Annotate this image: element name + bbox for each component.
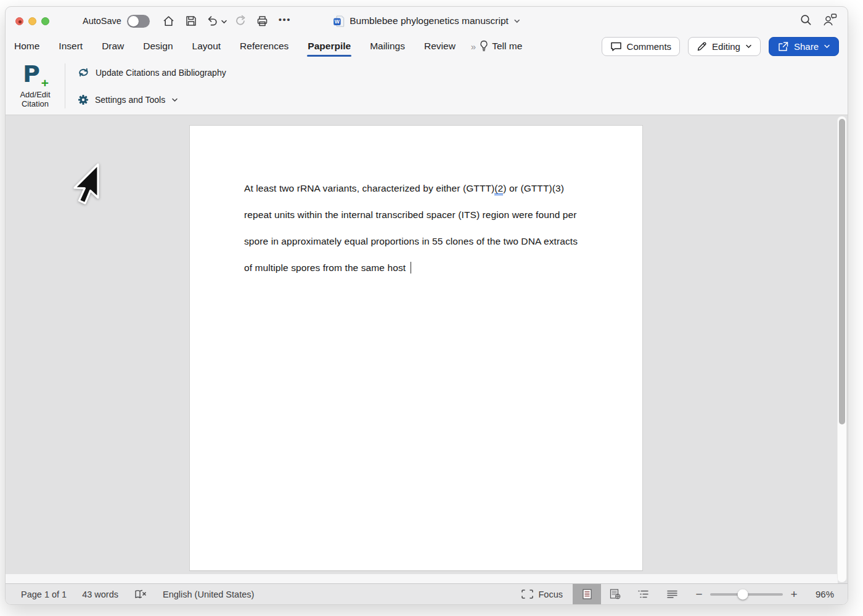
home-icon	[162, 15, 175, 28]
text-line: At least two rRNA variants, characterize…	[244, 175, 586, 201]
share-button[interactable]: Share	[769, 37, 839, 56]
undo-dropdown[interactable]	[221, 15, 227, 26]
grammar-marked-text[interactable]: (2	[494, 183, 503, 195]
print-layout-icon	[581, 588, 593, 600]
zoom-in-button[interactable]: +	[788, 590, 800, 599]
focus-label: Focus	[539, 590, 563, 599]
undo-icon	[205, 14, 219, 28]
add-edit-citation-label: Add/Edit Citation	[20, 90, 50, 108]
mouse-pointer-icon	[70, 162, 104, 209]
more-commands-button[interactable]: •••	[276, 12, 294, 30]
focus-icon	[521, 589, 534, 599]
proofing-status-button[interactable]	[134, 589, 147, 600]
save-icon	[185, 15, 197, 27]
autosave-label: AutoSave	[83, 16, 121, 26]
toggle-knob	[128, 16, 139, 26]
share-label: Share	[794, 41, 819, 52]
tab-layout[interactable]: Layout	[192, 41, 221, 52]
web-layout-icon	[609, 588, 621, 600]
view-web-layout-button[interactable]	[601, 584, 629, 604]
zoom-window-button[interactable]	[41, 17, 49, 25]
view-outline-button[interactable]	[629, 584, 658, 604]
tab-home[interactable]: Home	[14, 41, 39, 52]
comments-button[interactable]: Comments	[602, 37, 681, 56]
settings-and-tools-button[interactable]: Settings and Tools	[73, 91, 231, 108]
zoom-level[interactable]: 96%	[807, 589, 834, 599]
view-print-layout-button[interactable]	[573, 584, 601, 604]
tab-paperpile[interactable]: Paperpile	[308, 41, 351, 52]
search-button[interactable]	[800, 14, 812, 29]
tab-insert[interactable]: Insert	[59, 41, 83, 52]
ribbon-divider	[65, 63, 65, 108]
redo-button[interactable]	[231, 12, 250, 30]
zoom-slider[interactable]	[710, 593, 783, 596]
comments-label: Comments	[627, 41, 672, 52]
comment-bubble-icon	[610, 41, 622, 52]
gear-icon	[78, 94, 89, 105]
word-window: AutoSave	[5, 6, 848, 605]
word-count[interactable]: 43 words	[82, 590, 118, 599]
people-presence-icon	[822, 13, 838, 26]
print-icon	[256, 15, 269, 28]
paperpile-ribbon: P + Add/Edit Citation Update Citations a…	[6, 57, 848, 115]
chevron-down-icon	[824, 44, 830, 49]
document-text: At least two rRNA variants, characterize…	[190, 126, 642, 281]
page-indicator[interactable]: Page 1 of 1	[21, 590, 67, 599]
language-indicator[interactable]: English (United States)	[163, 590, 254, 599]
chevron-down-icon	[171, 97, 178, 102]
document-title-menu[interactable]: W Bumblebee phylogenetics manuscript	[333, 7, 520, 35]
add-edit-citation-button[interactable]: P + Add/Edit Citation	[12, 60, 59, 111]
chevron-down-icon	[745, 44, 752, 49]
paperpile-logo-icon: P +	[23, 61, 47, 88]
share-icon	[777, 41, 789, 52]
status-bar: Page 1 of 1 43 words English (United Sta…	[6, 583, 848, 604]
text-cursor	[411, 262, 412, 274]
horizontal-scroll-gutter	[6, 574, 838, 583]
tell-me-button[interactable]: Tell me	[480, 40, 522, 52]
redo-icon	[234, 14, 247, 28]
presence-button[interactable]	[822, 13, 838, 29]
outline-view-icon	[637, 590, 650, 599]
editing-mode-button[interactable]: Editing	[688, 37, 761, 56]
update-citations-label: Update Citations and Bibliography	[96, 68, 226, 78]
home-quick-button[interactable]	[160, 12, 178, 30]
proofing-errors-icon	[134, 589, 147, 600]
tab-mailings[interactable]: Mailings	[370, 41, 405, 52]
tab-review[interactable]: Review	[424, 41, 456, 52]
document-canvas: At least two rRNA variants, characterize…	[6, 115, 848, 583]
pencil-icon	[697, 41, 707, 52]
undo-button[interactable]	[204, 12, 220, 30]
tab-references[interactable]: References	[240, 41, 288, 52]
draft-view-icon	[666, 590, 678, 599]
titlebar: AutoSave	[6, 7, 848, 35]
print-button[interactable]	[253, 12, 272, 30]
ribbon-tab-row: Home Insert Draw Design Layout Reference…	[6, 35, 848, 57]
minimize-button[interactable]	[28, 17, 36, 25]
settings-and-tools-label: Settings and Tools	[95, 95, 165, 105]
vertical-scrollbar[interactable]	[837, 116, 846, 582]
document-title: Bumblebee phylogenetics manuscript	[350, 15, 509, 26]
close-button[interactable]	[15, 17, 23, 25]
scrollbar-thumb[interactable]	[839, 119, 845, 424]
tab-overflow-chevron[interactable]: »	[471, 41, 476, 52]
tell-me-label: Tell me	[492, 41, 522, 52]
autosave-control: AutoSave	[83, 15, 150, 28]
text-line: of multiple spores from the same host	[244, 254, 586, 281]
svg-text:W: W	[335, 18, 340, 25]
autosave-toggle[interactable]	[127, 15, 150, 28]
traffic-lights	[15, 17, 49, 25]
chevron-down-icon	[221, 19, 227, 24]
view-draft-button[interactable]	[658, 584, 686, 604]
document-page[interactable]: At least two rRNA variants, characterize…	[189, 125, 643, 571]
zoom-slider-thumb[interactable]	[738, 589, 748, 599]
ellipsis-icon: •••	[279, 14, 291, 28]
save-button[interactable]	[182, 12, 200, 30]
zoom-out-button[interactable]: −	[693, 590, 705, 599]
text-line: spore in approximately equal proportions…	[244, 228, 586, 254]
sync-icon	[78, 67, 89, 78]
lightbulb-icon	[480, 40, 488, 52]
tab-design[interactable]: Design	[143, 41, 173, 52]
focus-button[interactable]: Focus	[521, 589, 563, 599]
tab-draw[interactable]: Draw	[102, 41, 124, 52]
update-citations-button[interactable]: Update Citations and Bibliography	[73, 64, 231, 81]
